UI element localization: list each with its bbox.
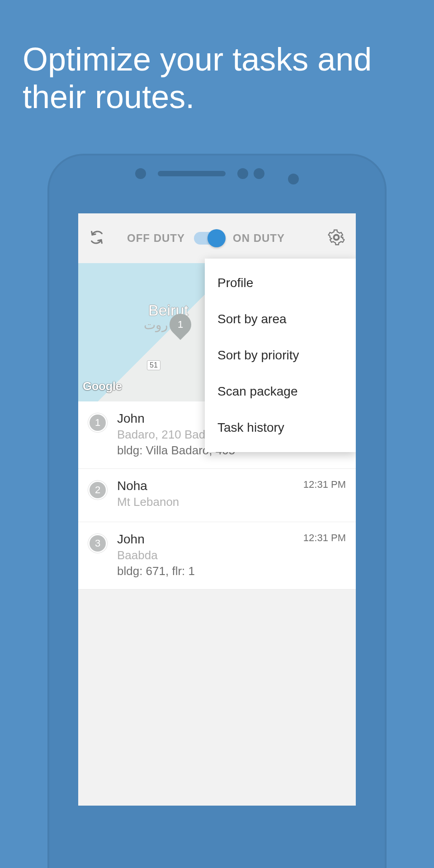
map-city-arabic: روت [144,317,168,332]
duty-toggle[interactable] [194,232,224,245]
svg-point-0 [334,235,339,240]
phone-sensors [135,168,299,179]
map-pin[interactable]: 1 [170,314,191,335]
task-detail: bldg: 671, flr: 1 [117,564,293,578]
map-pin-number: 1 [178,319,183,330]
task-number-badge: 3 [88,534,107,553]
task-item[interactable]: 2 Noha Mt Lebanon 12:31 PM [78,469,356,522]
menu-item-profile[interactable]: Profile [205,265,356,301]
road-badge: 51 [147,360,160,370]
menu-item-task-history[interactable]: Task history [205,410,356,446]
task-name: Noha [117,479,293,493]
task-location: Mt Lebanon [117,495,293,509]
promo-title: Optimize your tasks and their routes. [0,0,434,134]
on-duty-label: ON DUTY [233,232,285,245]
overflow-menu: Profile Sort by area Sort by priority Sc… [205,259,356,452]
off-duty-label: OFF DUTY [127,232,185,245]
task-number-badge: 2 [88,481,107,500]
refresh-icon[interactable] [89,230,104,247]
menu-item-sort-priority[interactable]: Sort by priority [205,337,356,373]
app-screen: OFF DUTY ON DUTY Beirut روت 1 51 Google [78,213,356,806]
google-logo: Google [83,379,122,393]
task-name: John [117,532,293,547]
gear-icon[interactable] [328,229,345,248]
task-number-badge: 1 [88,413,107,432]
list-empty-area [78,590,356,770]
app-bar: OFF DUTY ON DUTY [78,213,356,263]
menu-item-scan-package[interactable]: Scan package [205,373,356,410]
phone-frame: OFF DUTY ON DUTY Beirut روت 1 51 Google [47,154,387,868]
task-time: 12:31 PM [303,479,346,491]
task-item[interactable]: 3 John Baabda bldg: 671, flr: 1 12:31 PM [78,522,356,590]
task-time: 12:31 PM [303,532,346,544]
menu-item-sort-area[interactable]: Sort by area [205,301,356,337]
task-location: Baabda [117,548,293,562]
